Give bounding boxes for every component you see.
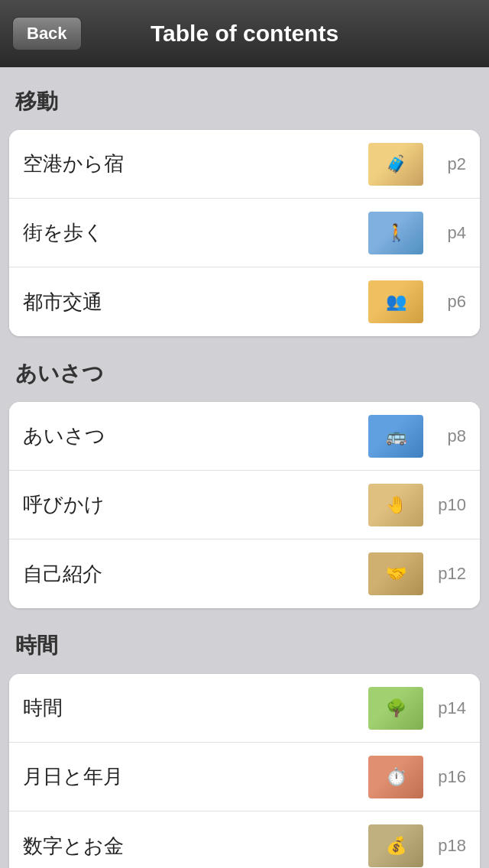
row-label: 時間 (23, 695, 368, 721)
row-illustration: 🚌 (368, 415, 423, 458)
table-row[interactable]: あいさつ🚌p8 (9, 402, 480, 471)
section-header-aisatsu: あいさつ (9, 351, 480, 396)
table-row[interactable]: 空港から宿🧳p2 (9, 130, 480, 199)
row-page: p4 (436, 223, 466, 243)
table-row[interactable]: 月日と年月⏱️p16 (9, 743, 480, 811)
card-group-aisatsu: あいさつ🚌p8呼びかけ🤚p10自己紹介🤝p12 (9, 402, 480, 608)
row-page: p2 (436, 154, 466, 174)
row-illustration: 🌳 (368, 687, 423, 730)
content-area: 移動空港から宿🧳p2街を歩く🚶p4都市交通👥p6あいさつあいさつ🚌p8呼びかけ🤚… (0, 67, 489, 868)
row-label: あいさつ (23, 423, 368, 449)
table-row[interactable]: 自己紹介🤝p12 (9, 539, 480, 608)
section-header-ido: 移動 (9, 79, 480, 124)
row-label: 自己紹介 (23, 561, 368, 588)
row-page: p18 (436, 836, 466, 856)
row-label: 呼びかけ (23, 491, 368, 518)
row-illustration: 🤝 (368, 552, 423, 595)
row-page: p12 (436, 564, 466, 584)
row-label: 数字とお金 (23, 833, 368, 860)
card-group-ido: 空港から宿🧳p2街を歩く🚶p4都市交通👥p6 (9, 130, 480, 336)
table-row[interactable]: 街を歩く🚶p4 (9, 199, 480, 267)
table-row[interactable]: 時間🌳p14 (9, 674, 480, 743)
row-illustration: 💰 (368, 824, 423, 867)
table-row[interactable]: 呼びかけ🤚p10 (9, 471, 480, 539)
row-label: 月日と年月 (23, 763, 368, 790)
row-page: p10 (436, 495, 466, 515)
back-button[interactable]: Back (12, 17, 82, 50)
nav-bar: Back Table of contents (0, 0, 489, 67)
row-page: p14 (436, 698, 466, 718)
row-illustration: 🤚 (368, 484, 423, 526)
row-page: p8 (436, 426, 466, 446)
page-title: Table of contents (151, 21, 338, 47)
card-group-jikan: 時間🌳p14月日と年月⏱️p16数字とお金💰p18 (9, 674, 480, 868)
table-row[interactable]: 都市交通👥p6 (9, 267, 480, 336)
row-label: 空港から宿 (23, 151, 368, 177)
row-illustration: 👥 (368, 280, 423, 323)
table-row[interactable]: 数字とお金💰p18 (9, 811, 480, 868)
row-illustration: 🚶 (368, 212, 423, 254)
section-header-jikan: 時間 (9, 623, 480, 668)
row-page: p16 (436, 767, 466, 787)
row-page: p6 (436, 292, 466, 312)
row-illustration: ⏱️ (368, 756, 423, 798)
row-label: 都市交通 (23, 289, 368, 316)
row-label: 街を歩く (23, 219, 368, 246)
row-illustration: 🧳 (368, 143, 423, 186)
